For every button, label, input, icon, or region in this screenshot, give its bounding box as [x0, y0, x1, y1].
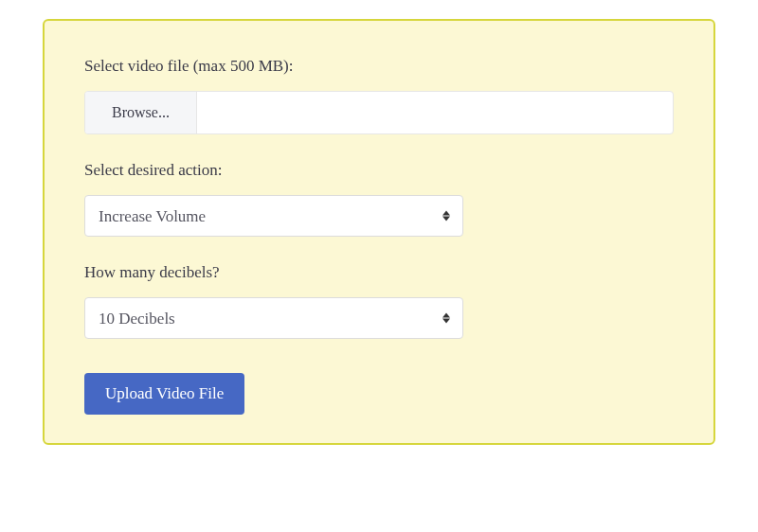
file-input-label: Select video file (max 500 MB): — [84, 57, 674, 76]
video-upload-form: Select video file (max 500 MB): Browse..… — [43, 19, 715, 445]
file-input-group: Browse... — [84, 91, 674, 134]
action-select-label: Select desired action: — [84, 161, 674, 180]
action-select-wrapper: Increase Volume — [84, 195, 463, 237]
decibels-select-label: How many decibels? — [84, 263, 674, 282]
file-name-display[interactable] — [197, 92, 673, 133]
upload-submit-button[interactable]: Upload Video File — [84, 373, 244, 415]
action-select[interactable]: Increase Volume — [84, 195, 463, 237]
browse-button[interactable]: Browse... — [85, 92, 197, 133]
decibels-select-wrapper: 10 Decibels — [84, 297, 463, 339]
decibels-select[interactable]: 10 Decibels — [84, 297, 463, 339]
